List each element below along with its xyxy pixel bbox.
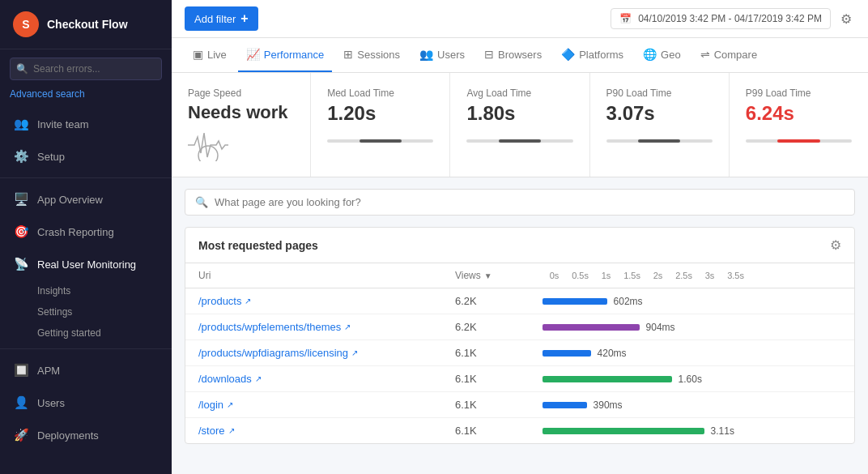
metrics-row: Page Speed Needs work Med Load Time 1.20…	[172, 73, 868, 177]
platforms-tab-icon: 🔷	[561, 48, 575, 61]
uri-link[interactable]: /products ↗	[198, 295, 429, 307]
page-search-input[interactable]	[215, 196, 845, 208]
deployments-icon: 🚀	[13, 427, 29, 443]
views-cell: 6.1K	[442, 418, 530, 444]
sidebar-item-app-overview[interactable]: 🖥️ App Overview	[0, 183, 172, 216]
tab-sessions[interactable]: ⊞ Sessions	[335, 38, 408, 72]
sidebar-item-crash-reporting[interactable]: 🎯 Crash Reporting	[0, 216, 172, 248]
uri-link[interactable]: /products/wpfelements/themes ↗	[198, 321, 429, 333]
page-search-icon: 🔍	[195, 196, 208, 208]
uri-link[interactable]: /downloads ↗	[198, 373, 429, 385]
duration-bar	[542, 428, 704, 434]
bar-cell: 602ms	[530, 288, 854, 314]
bar-cell: 3.11s	[530, 418, 854, 444]
search-input[interactable]	[10, 58, 162, 80]
uri-cell: /store ↗	[185, 418, 442, 444]
external-link-icon: ↗	[228, 426, 235, 435]
table-row: /products/wpfelements/themes ↗ 6.2K 904m…	[185, 314, 854, 340]
sidebar-item-users[interactable]: 👤 Users	[0, 386, 172, 419]
sidebar-item-apm[interactable]: 🔲 APM	[0, 354, 172, 386]
sidebar-item-rum[interactable]: 📡 Real User Monitoring	[0, 248, 172, 280]
duration-bar	[542, 350, 591, 357]
sort-icon[interactable]: ▼	[484, 271, 492, 280]
sidebar-item-label: Crash Reporting	[37, 226, 114, 238]
tab-browsers[interactable]: ⊟ Browsers	[476, 38, 550, 72]
users-tab-icon: 👥	[419, 48, 433, 61]
table-row: /downloads ↗ 6.1K 1.60s	[185, 366, 854, 392]
tab-geo[interactable]: 🌐 Geo	[635, 38, 689, 72]
col-header-timeline: 0s 0.5s 1s 1.5s 2s 2.5s 3s 3.5s	[530, 263, 854, 288]
sidebar-item-setup[interactable]: ⚙️ Setup	[0, 140, 172, 173]
table-header-row: Uri Views ▼ 0s 0.5s 1s	[185, 263, 854, 288]
apm-icon: 🔲	[13, 362, 29, 378]
table-row: /login ↗ 6.1K 390ms	[185, 392, 854, 418]
sparkline-avg	[466, 139, 572, 143]
uri-link[interactable]: /login ↗	[198, 399, 429, 411]
duration-bar	[542, 376, 672, 382]
tab-live[interactable]: ▣ Live	[185, 38, 235, 72]
crash-reporting-icon: 🎯	[13, 224, 29, 240]
duration-label: 390ms	[594, 399, 634, 411]
bar-cell: 1.60s	[530, 366, 854, 392]
tab-compare[interactable]: ⇌ Compare	[692, 38, 765, 72]
pages-table: Uri Views ▼ 0s 0.5s 1s	[185, 263, 854, 443]
date-range-picker[interactable]: 📅 04/10/2019 3:42 PM - 04/17/2019 3:42 P…	[611, 8, 831, 29]
external-link-icon: ↗	[255, 374, 262, 383]
bar-cell: 904ms	[530, 314, 854, 340]
uri-link[interactable]: /products/wpfdiagrams/licensing ↗	[198, 347, 429, 359]
advanced-search-link[interactable]: Advanced search	[0, 88, 172, 108]
sidebar-item-label: Invite team	[37, 118, 89, 130]
most-requested-table: Most requested pages ⚙ Uri Views ▼	[185, 227, 855, 444]
page-search-bar: 🔍	[185, 189, 855, 216]
sidebar-sub-insights[interactable]: Insights	[0, 280, 172, 301]
views-cell: 6.1K	[442, 366, 530, 392]
table-row: /products/wpfdiagrams/licensing ↗ 6.1K 4…	[185, 340, 854, 366]
tab-users[interactable]: 👥 Users	[411, 38, 473, 72]
tab-performance[interactable]: 📈 Performance	[238, 38, 332, 72]
metric-p99-load-time: P99 Load Time 6.24s	[730, 73, 868, 177]
uri-cell: /downloads ↗	[185, 366, 442, 392]
date-range-text: 04/10/2019 3:42 PM - 04/17/2019 3:42 PM	[638, 13, 822, 24]
bar-cell: 420ms	[530, 340, 854, 366]
metric-page-speed: Page Speed Needs work	[172, 73, 311, 177]
sidebar-sub-settings[interactable]: Settings	[0, 301, 172, 322]
heartbeat-icon	[188, 129, 228, 161]
sidebar-sub-getting-started[interactable]: Getting started	[0, 322, 172, 344]
topbar-settings-button[interactable]: ⚙	[837, 8, 855, 30]
sidebar-item-deployments[interactable]: 🚀 Deployments	[0, 419, 172, 451]
duration-label: 904ms	[646, 322, 687, 333]
views-cell: 6.2K	[442, 314, 530, 340]
uri-cell: /products ↗	[185, 288, 442, 314]
metric-p90-load-time: P90 Load Time 3.07s	[590, 73, 730, 177]
table-row: /products ↗ 6.2K 602ms	[185, 288, 854, 314]
uri-link[interactable]: /store ↗	[198, 425, 429, 437]
sparkline-p90	[606, 139, 713, 143]
table-settings-button[interactable]: ⚙	[830, 237, 841, 253]
app-name: Checkout Flow	[47, 18, 128, 31]
external-link-icon: ↗	[245, 297, 251, 305]
sessions-tab-icon: ⊞	[343, 48, 353, 61]
duration-label: 3.11s	[711, 425, 751, 437]
sidebar-item-label: Deployments	[37, 429, 99, 442]
external-link-icon: ↗	[227, 400, 233, 409]
add-filter-button[interactable]: Add filter +	[185, 6, 258, 31]
main-content: Add filter + 📅 04/10/2019 3:42 PM - 04/1…	[172, 0, 868, 474]
sidebar-divider	[0, 177, 172, 178]
duration-bar	[542, 298, 607, 305]
sidebar-item-label: Users	[37, 397, 65, 409]
invite-team-icon: 👥	[13, 116, 29, 132]
views-cell: 6.1K	[442, 392, 530, 418]
external-link-icon: ↗	[344, 322, 351, 331]
sidebar-item-invite-team[interactable]: 👥 Invite team	[0, 108, 172, 140]
sidebar-item-label: Setup	[37, 151, 65, 163]
sidebar-item-label: Real User Monitoring	[37, 258, 136, 271]
browsers-tab-icon: ⊟	[484, 48, 494, 61]
duration-label: 602ms	[614, 296, 654, 307]
geo-tab-icon: 🌐	[643, 48, 657, 61]
tab-platforms[interactable]: 🔷 Platforms	[553, 38, 632, 72]
views-cell: 6.1K	[442, 340, 530, 366]
bar-cell: 390ms	[530, 392, 854, 418]
duration-label: 1.60s	[679, 374, 719, 385]
users-icon: 👤	[13, 395, 29, 411]
sparkline-p99	[746, 139, 852, 143]
